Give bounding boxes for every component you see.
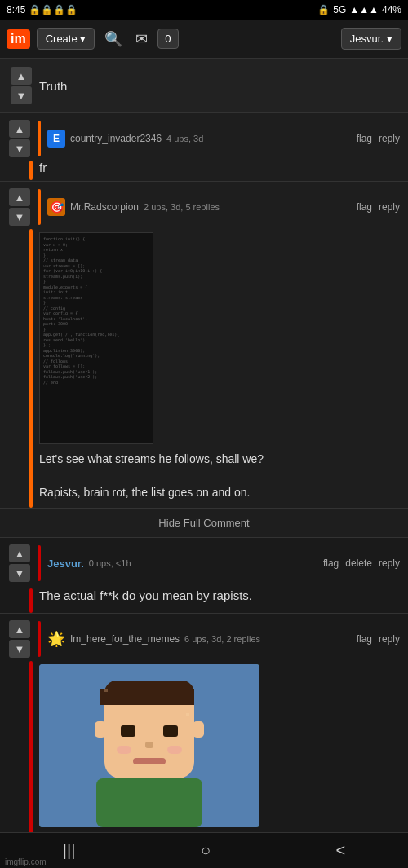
- svg-rect-14: [104, 689, 108, 692]
- mail-button[interactable]: ✉: [132, 27, 151, 51]
- meta-country-invader: 4 ups, 3d: [166, 134, 357, 143]
- body-inner-radscorpion: function init() { var x = 0; return x;} …: [39, 229, 408, 508]
- orange-bar-radscorpion: [38, 189, 41, 225]
- notification-badge[interactable]: 0: [157, 29, 178, 49]
- upvote-im-here-memes[interactable]: ▲: [9, 620, 30, 638]
- red-bar-spacer-im-here-memes: [29, 661, 33, 840]
- comment-text-country-invader: fr: [39, 161, 47, 174]
- username-radscorpion: Mr.Radscorpion: [70, 201, 139, 213]
- top-nav: im Create ▾ 🔍 ✉ 0 Jesvur. ▾: [0, 20, 408, 59]
- comment-body-radscorpion: function init() { var x = 0; return x;} …: [0, 229, 408, 508]
- svg-rect-10: [193, 721, 204, 738]
- body-inner-jesvur: The actual f**k do you mean by rapists.: [39, 588, 408, 613]
- flag-radscorpion[interactable]: flag: [357, 201, 372, 213]
- username-im-here-memes: Im_here_for_the_memes: [70, 633, 180, 645]
- status-signal: 5G: [333, 4, 346, 15]
- vote-col-im-here-memes: ▲ ▼: [8, 620, 31, 658]
- svg-rect-3: [100, 689, 125, 705]
- meta-jesvur: 0 ups, <1h: [89, 558, 323, 568]
- svg-rect-4: [174, 689, 194, 705]
- red-bar-spacer-jesvur: [29, 588, 33, 613]
- actions-radscorpion: flag reply: [357, 201, 400, 213]
- vote-col-country-invader: ▲ ▼: [8, 120, 31, 157]
- meme-image[interactable]: [39, 664, 259, 827]
- svg-rect-5: [121, 725, 135, 737]
- svg-rect-9: [95, 721, 106, 738]
- flag-country-invader[interactable]: flag: [357, 133, 372, 144]
- username-jesvur: Jesvur.: [47, 557, 84, 570]
- home-button[interactable]: ○: [188, 838, 224, 863]
- vote-col-truth: ▲ ▼: [10, 67, 33, 104]
- comment-header-country-invader: ▲ ▼ E country_invader2346 4 ups, 3d flag…: [0, 113, 408, 161]
- upvote-country-invader[interactable]: ▲: [9, 120, 30, 138]
- status-signal-bars: ▲▲▲: [349, 4, 379, 15]
- imgflip-logo[interactable]: im: [7, 29, 30, 49]
- comment-truth: ▲ ▼ Truth: [0, 59, 408, 113]
- create-button[interactable]: Create ▾: [37, 28, 95, 50]
- comment-text-jesvur: The actual f**k do you mean by rapists.: [39, 588, 252, 602]
- status-time: 8:45: [7, 4, 25, 15]
- downvote-country-invader[interactable]: ▼: [9, 139, 30, 157]
- radscorpion-text-2: Rapists, brain rot, the list goes on and…: [39, 484, 408, 501]
- radscorpion-text-1: Let's see what streams he follows, shall…: [39, 451, 408, 468]
- svg-rect-11: [96, 778, 202, 827]
- status-left: 8:45 🔒🔒🔒🔒: [7, 4, 78, 15]
- username-label: Jesvur.: [350, 33, 384, 45]
- status-right: 🔒 5G ▲▲▲ 44%: [317, 4, 401, 15]
- upvote-truth[interactable]: ▲: [11, 67, 32, 85]
- svg-rect-13: [167, 746, 182, 754]
- code-image: function init() { var x = 0; return x;} …: [39, 232, 153, 444]
- svg-rect-12: [117, 746, 131, 754]
- comment-body-im-here-memes: [0, 661, 408, 840]
- hide-full-comment-button[interactable]: Hide Full Comment: [0, 508, 408, 537]
- chevron-down-icon: ▾: [387, 33, 392, 45]
- comment-country-invader: ▲ ▼ E country_invader2346 4 ups, 3d flag…: [0, 113, 408, 182]
- avatar-radscorpion: 🎯: [47, 198, 65, 216]
- status-lock-icon: 🔒: [317, 4, 330, 15]
- downvote-truth[interactable]: ▼: [11, 86, 32, 104]
- bar-country-invader: [29, 161, 33, 180]
- flag-jesvur[interactable]: flag: [323, 557, 339, 569]
- body-inner-country-invader: fr: [39, 161, 408, 181]
- comment-header-jesvur: ▲ ▼ Jesvur. 0 ups, <1h flag delete reply: [0, 538, 408, 588]
- comment-radscorpion: ▲ ▼ 🎯 Mr.Radscorpion 2 ups, 3d, 5 replie…: [0, 182, 408, 538]
- avatar-country-invader: E: [47, 130, 65, 148]
- svg-rect-7: [145, 742, 153, 748]
- comment-body-jesvur: The actual f**k do you mean by rapists.: [0, 588, 408, 613]
- brand-label: imgflip.com: [0, 856, 51, 868]
- svg-rect-6: [163, 725, 178, 737]
- user-menu-button[interactable]: Jesvur. ▾: [341, 28, 401, 50]
- meta-im-here-memes: 6 ups, 3d, 2 replies: [184, 634, 357, 644]
- reply-radscorpion[interactable]: reply: [379, 201, 400, 213]
- orange-bar-country-invader: [38, 121, 41, 156]
- svg-rect-15: [186, 713, 189, 716]
- downvote-im-here-memes[interactable]: ▼: [9, 640, 30, 658]
- svg-rect-8: [133, 758, 166, 764]
- downvote-jesvur[interactable]: ▼: [9, 564, 30, 582]
- red-bar-im-here-memes: [38, 621, 41, 657]
- upvote-jesvur[interactable]: ▲: [9, 544, 30, 562]
- menu-button[interactable]: |||: [50, 838, 89, 863]
- status-icons: 🔒🔒🔒🔒: [29, 4, 78, 15]
- back-button[interactable]: <: [323, 838, 359, 863]
- status-battery: 44%: [382, 4, 401, 15]
- delete-jesvur[interactable]: delete: [345, 557, 372, 569]
- downvote-radscorpion[interactable]: ▼: [9, 208, 30, 226]
- reply-jesvur[interactable]: reply: [379, 557, 400, 569]
- flag-im-here-memes[interactable]: flag: [357, 633, 372, 645]
- comment-header-radscorpion: ▲ ▼ 🎯 Mr.Radscorpion 2 ups, 3d, 5 replie…: [0, 182, 408, 229]
- status-bar: 8:45 🔒🔒🔒🔒 🔒 5G ▲▲▲ 44%: [0, 0, 408, 20]
- meta-radscorpion: 2 ups, 3d, 5 replies: [144, 202, 357, 212]
- avatar-im-here-memes: 🌟: [47, 630, 65, 648]
- reply-country-invader[interactable]: reply: [379, 133, 400, 144]
- search-button[interactable]: 🔍: [101, 27, 126, 51]
- username-country-invader: country_invader2346: [70, 133, 162, 144]
- reply-im-here-memes[interactable]: reply: [379, 633, 400, 645]
- actions-im-here-memes: flag reply: [357, 633, 400, 645]
- vote-col-radscorpion: ▲ ▼: [8, 188, 31, 226]
- comment-body-country-invader: fr: [0, 161, 408, 181]
- comment-im-here-memes: ▲ ▼ 🌟 Im_here_for_the_memes 6 ups, 3d, 2…: [0, 614, 408, 840]
- vote-col-jesvur: ▲ ▼: [8, 544, 31, 582]
- red-bar-jesvur: [38, 545, 41, 581]
- upvote-radscorpion[interactable]: ▲: [9, 188, 30, 206]
